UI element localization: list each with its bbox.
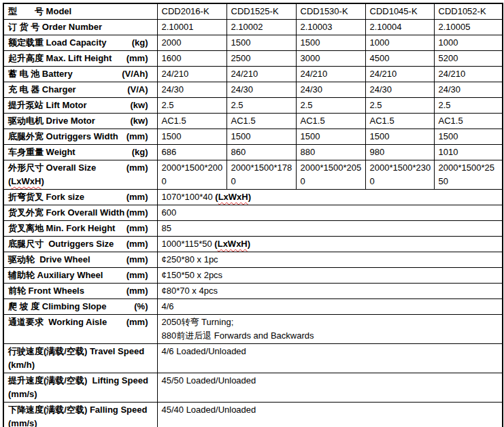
row-unit: (mm) (127, 315, 154, 329)
row-label-cell-max-lift-height: 起升高度 Max. Lift Height(mm) (3, 51, 157, 67)
merged-value-cell-min-fork-height: 85 (157, 221, 503, 237)
merged-value-line (162, 388, 500, 401)
text-segment: (km/h) (8, 360, 35, 370)
row-label-cell-charger: 充 电 器 Charger(V/A) (3, 82, 157, 98)
merged-value-line: ¢250*80 x 1pc (162, 253, 500, 267)
text-segment: 通道要求 Working Aisle (8, 317, 107, 327)
text-segment: 1000*115*50 (162, 239, 215, 249)
value-cell-load-capacity-CDD1052-K: 1000 (434, 35, 503, 51)
merged-value-line: 4/6 Loaded/Unloaded (162, 345, 500, 358)
row-label: 充 电 器 Charger (8, 83, 76, 97)
value-cell-battery-CDD2016-K: 24/210 (157, 67, 226, 82)
value-cell-battery-CDD1045-K: 24/210 (365, 67, 434, 82)
row-label-line: 前轮 Front Wheels(mm) (8, 284, 154, 298)
row-label-cell-overall-size: 外形尺寸 Overall Size (LxWxH)(mm) (3, 160, 157, 190)
merged-value-cell-drive-wheel: ¢250*80 x 1pc (157, 252, 503, 268)
row-label-cell-climbing-slope: 爬 坡 度 Climbing Slope(%) (3, 299, 157, 315)
text-segment: 驱动电机 Drive Motor (8, 116, 95, 126)
row-label-cell-outriggers-size: 底腿尺寸 Outriggers Size(mm) (3, 237, 157, 252)
row-label-line: 起升高度 Max. Lift Height(mm) (8, 52, 154, 65)
value-cell-load-capacity-CDD2016-K: 2000 (157, 35, 226, 51)
row-label: 型 号 Model (8, 5, 71, 18)
row-label-cell-fork-overall-width: 货叉外宽 Fork Overall Width(mm) (3, 205, 157, 221)
merged-value-cell-climbing-slope: 4/6 (157, 299, 503, 315)
value-cell-weight-CDD1045-K: 980 (365, 145, 434, 160)
value-cell-lift-motor-CDD1530-K: 2.5 (296, 98, 365, 114)
value-cell-overall-size-CDD1045-K: 2000*1500*2300 (365, 160, 434, 190)
merged-value-line (162, 417, 500, 427)
spec-row-order-number: 订 货 号 Order Number2.100012.100022.100032… (3, 20, 503, 35)
merged-value-line: 1070*100*40 (LxWxH) (162, 190, 500, 204)
spec-row-fork-size: 折弯货叉 Fork size(mm)1070*100*40 (LxWxH) (3, 190, 503, 205)
merged-value-line: 4/6 (162, 300, 500, 313)
value-cell-order-number-CDD2016-K: 2.10001 (157, 20, 226, 35)
row-label-cell-model: 型 号 Model (3, 3, 157, 20)
value-cell-outriggers-width-CDD1530-K: 1500 (296, 129, 365, 145)
row-label-line: 货叉离地 Min. Fork Height(mm) (8, 222, 154, 235)
text-segment: 车身重量 Weight (8, 147, 75, 157)
spec-row-travel-speed: 行驶速度(满载/空载) Travel Speed(km/h)4/6 Loaded… (3, 344, 503, 373)
spec-row-drive-motor: 驱动电机 Drive Motor(kw)AC1.5AC1.5AC1.5AC1.5… (3, 114, 503, 129)
row-label-line: 折弯货叉 Fork size(mm) (8, 190, 154, 204)
text-segment: 提升速度(满载/空载) Lifting Speed (8, 375, 148, 386)
row-label: 货叉离地 Min. Fork Height (8, 222, 115, 235)
document-page: 型 号 ModelCDD2016-KCDD1525-KCDD1530-KCDD1… (0, 0, 504, 427)
value-cell-order-number-CDD1525-K: 2.10002 (226, 20, 296, 35)
spec-row-front-wheels: 前轮 Front Wheels(mm)¢80*70 x 4pcs (3, 284, 503, 299)
value-cell-lift-motor-CDD1525-K: 2.5 (226, 98, 296, 114)
value-cell-charger-CDD2016-K: 24/30 (157, 82, 226, 98)
text-segment: 行驶速度(满载/空载) Travel Speed (8, 346, 144, 356)
text-segment: 驱动轮 Drive Wheel (8, 254, 90, 264)
value-cell-max-lift-height-CDD2016-K: 1600 (157, 51, 226, 67)
merged-value-line (162, 358, 500, 372)
row-label-line: 驱动电机 Drive Motor(kw) (8, 114, 154, 128)
value-cell-max-lift-height-CDD1530-K: 3000 (296, 51, 365, 67)
spec-row-outriggers-width: 底腿外宽 Outriggers Width(mm)150015001500150… (3, 129, 503, 145)
value-cell-drive-motor-CDD1530-K: AC1.5 (296, 114, 365, 129)
spec-row-lifting-speed: 提升速度(满载/空载) Lifting Speed(mm/s)45/50 Loa… (3, 373, 503, 403)
value-cell-charger-CDD1525-K: 24/30 (226, 82, 296, 98)
text-segment: 880前进后退 Forwards and Backwards (162, 330, 314, 341)
value-cell-weight-CDD1525-K: 860 (226, 145, 296, 160)
row-unit: (mm) (127, 222, 154, 235)
row-unit: (mm) (127, 269, 154, 282)
row-unit: (mm) (127, 190, 154, 204)
row-label: 起升高度 Max. Lift Height (8, 52, 112, 65)
value-cell-load-capacity-CDD1525-K: 1500 (226, 35, 296, 51)
value-cell-charger-CDD1045-K: 24/30 (365, 82, 434, 98)
row-label-line2: (km/h) (8, 358, 154, 372)
row-label-cell-drive-motor: 驱动电机 Drive Motor(kw) (3, 114, 157, 129)
value-cell-max-lift-height-CDD1045-K: 4500 (365, 51, 434, 67)
merged-value-cell-travel-speed: 4/6 Loaded/Unloaded (157, 344, 503, 373)
row-label-line: 外形尺寸 Overall Size (LxWxH)(mm) (8, 161, 154, 188)
row-label-cell-front-wheels: 前轮 Front Wheels(mm) (3, 284, 157, 299)
value-cell-drive-motor-CDD1052-K: AC1.5 (434, 114, 503, 129)
row-unit: (mm) (127, 206, 154, 220)
text-segment: 提升泵站 Lift Motor (8, 100, 87, 110)
value-cell-model-CDD2016-K: CDD2016-K (157, 3, 226, 20)
value-cell-drive-motor-CDD1045-K: AC1.5 (365, 114, 434, 129)
text-segment: ¢150*50 x 2pcs (162, 270, 223, 280)
row-label-cell-working-aisle: 通道要求 Working Aisle(mm) (3, 315, 157, 344)
merged-value-cell-fork-size: 1070*100*40 (LxWxH) (157, 190, 503, 205)
spellcheck-squiggle-text: LxWxH (11, 176, 41, 186)
row-label-line: 通道要求 Working Aisle(mm) (8, 315, 154, 329)
value-cell-lift-motor-CDD1052-K: 2.5 (434, 98, 503, 114)
merged-value-line: 880前进后退 Forwards and Backwards (162, 329, 500, 343)
row-label-line: 底腿外宽 Outriggers Width(mm) (8, 130, 154, 143)
value-cell-battery-CDD1525-K: 24/210 (226, 67, 296, 82)
value-cell-model-CDD1045-K: CDD1045-K (365, 3, 434, 20)
value-cell-weight-CDD2016-K: 686 (157, 145, 226, 160)
value-cell-charger-CDD1530-K: 24/30 (296, 82, 365, 98)
row-label-line2: (mm/s) (8, 388, 154, 401)
row-unit: (V/Ah) (122, 67, 154, 81)
merged-value-line: 600 (162, 206, 500, 220)
spec-row-overall-size: 外形尺寸 Overall Size (LxWxH)(mm)2000*1500*2… (3, 160, 503, 190)
spec-table: 型 号 ModelCDD2016-KCDD1525-KCDD1530-KCDD1… (3, 3, 503, 427)
value-cell-load-capacity-CDD1530-K: 1500 (296, 35, 365, 51)
row-label-cell-order-number: 订 货 号 Order Number (3, 20, 157, 35)
spec-row-auxiliary-wheel: 辅助轮 Auxiliary Wheel(mm)¢150*50 x 2pcs (3, 268, 503, 284)
spec-table-body: 型 号 ModelCDD2016-KCDD1525-KCDD1530-KCDD1… (3, 3, 503, 427)
row-label-cell-auxiliary-wheel: 辅助轮 Auxiliary Wheel(mm) (3, 268, 157, 284)
row-label-line: 下降速度(满载/空载) Falling Speed (8, 403, 154, 417)
